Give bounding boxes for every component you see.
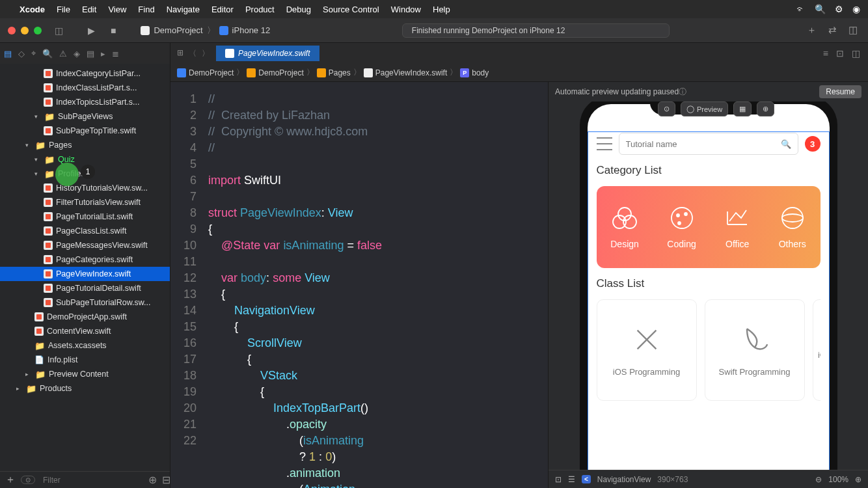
zoom-out-icon[interactable]: ⊖ xyxy=(815,475,822,484)
add-editor-icon[interactable]: ◫ xyxy=(852,48,860,59)
resume-preview-button[interactable]: Resume xyxy=(819,85,861,98)
stop-button[interactable]: ■ xyxy=(111,25,116,36)
symbol-navigator-icon[interactable]: ⌖ xyxy=(31,48,36,59)
library-button[interactable]: ⇄ xyxy=(828,24,837,36)
scheme-selector[interactable]: DemoProject 〉 iPhone 12 xyxy=(135,25,275,36)
tree-row-indexcategorylistpar-[interactable]: IndexCategoryListPar... xyxy=(0,66,170,81)
class-card[interactable]: A... iOS P... xyxy=(813,299,821,401)
fullscreen-window-button[interactable] xyxy=(34,27,42,34)
jump-bar[interactable]: DemoProject 〉 DemoProject 〉 Pages 〉 Page… xyxy=(170,64,868,82)
menu-navigate[interactable]: Navigate xyxy=(167,5,200,14)
user-icon[interactable]: ◉ xyxy=(852,4,860,14)
tree-row-subpageviews[interactable]: ▾📁SubPageViews xyxy=(0,109,170,124)
folder-icon: 📁 xyxy=(35,141,46,150)
tree-row-preview-content[interactable]: ▸📁Preview Content xyxy=(0,367,170,381)
category-coding[interactable]: Coding xyxy=(667,205,696,249)
category-others[interactable]: Others xyxy=(779,205,806,249)
spotlight-icon[interactable]: 🔍 xyxy=(815,4,826,14)
menu-find[interactable]: Find xyxy=(138,5,154,14)
tree-row-info-plist[interactable]: 📄Info.plist xyxy=(0,353,170,367)
tree-row-pagetutoriallist-swift[interactable]: PageTutorialList.swift xyxy=(0,210,170,224)
class-card[interactable]: Swift Programming xyxy=(705,299,805,401)
related-items-icon[interactable]: ⊞ xyxy=(177,48,183,59)
debug-navigator-icon[interactable]: ▤ xyxy=(87,49,94,59)
navigator-filter-input[interactable] xyxy=(40,474,143,486)
category-design[interactable]: Design xyxy=(610,205,639,249)
class-list-title: Class List xyxy=(597,277,821,290)
editor-options-icon[interactable]: ≡ xyxy=(823,48,828,59)
breakpoint-navigator-icon[interactable]: ▸ xyxy=(101,49,105,59)
tree-row-products[interactable]: ▸📁Products xyxy=(0,381,170,396)
class-card[interactable]: iOS Programming xyxy=(597,299,697,401)
menu-help[interactable]: Help xyxy=(433,5,450,14)
find-navigator-icon[interactable]: 🔍 xyxy=(42,49,53,59)
duplicate-preview-icon[interactable]: ⊕ xyxy=(757,102,774,116)
menu-hamburger-icon[interactable] xyxy=(597,137,612,150)
control-center-icon[interactable]: ⚙ xyxy=(835,4,843,14)
menu-view[interactable]: View xyxy=(108,5,126,14)
menu-debug[interactable]: Debug xyxy=(286,5,311,14)
tree-row-assets-xcassets[interactable]: 📁Assets.xcassets xyxy=(0,338,170,353)
tree-row-filtertutorialsview-swift[interactable]: FilterTutorialsView.swift xyxy=(0,195,170,210)
menu-product[interactable]: Product xyxy=(245,5,275,14)
adjust-editor-icon[interactable]: ⊡ xyxy=(836,48,844,59)
filter-scope-icon[interactable]: ⊙ xyxy=(21,476,35,484)
jump-seg[interactable]: Pages xyxy=(329,68,351,77)
minimize-window-button[interactable] xyxy=(21,27,29,34)
open-file-tab[interactable]: PageViewIndex.swift xyxy=(216,46,319,61)
tree-row-historytutorialsview-sw-[interactable]: HistoryTutorialsView.sw... xyxy=(0,181,170,195)
recent-filter-icon[interactable]: ⊕ xyxy=(148,474,157,486)
jump-seg[interactable]: DemoProject xyxy=(189,68,234,77)
tree-row-demoprojectapp-swift[interactable]: DemoProjectApp.swift xyxy=(0,310,170,324)
menu-edit[interactable]: Edit xyxy=(82,5,96,14)
wifi-icon[interactable]: ᯤ xyxy=(796,4,806,14)
add-file-button[interactable]: ＋ xyxy=(5,473,16,487)
nav-forward-icon[interactable]: 〉 xyxy=(202,48,210,59)
tree-row-pagecategories-swift[interactable]: PageCategories.swift xyxy=(0,252,170,267)
menu-window[interactable]: Window xyxy=(391,5,421,14)
tree-row-pagemessagesview-swift[interactable]: PageMessagesView.swift xyxy=(0,238,170,252)
category-card[interactable]: Design Coding Office xyxy=(597,186,821,268)
tree-row-pageclasslist-swift[interactable]: PageClassList.swift xyxy=(0,224,170,238)
tree-item-label: IndexClassListPart.s... xyxy=(56,83,137,92)
tree-row-pagetutorialdetail-swift[interactable]: PageTutorialDetail.swift xyxy=(0,281,170,295)
menu-source-control[interactable]: Source Control xyxy=(323,5,379,14)
zoom-in-icon[interactable]: ⊕ xyxy=(855,475,861,484)
tree-row-indextopicslistpart-s-[interactable]: IndexTopicsListPart.s... xyxy=(0,95,170,109)
inspect-preview-icon[interactable]: ▦ xyxy=(733,102,752,116)
nav-back-icon[interactable]: 〈 xyxy=(189,48,197,59)
report-navigator-icon[interactable]: ≣ xyxy=(112,49,119,59)
project-navigator-icon[interactable]: ▤ xyxy=(4,49,12,59)
jump-seg[interactable]: PageViewIndex.swift xyxy=(375,68,448,77)
add-button[interactable]: ＋ xyxy=(807,24,817,36)
toggle-inspectors-icon[interactable]: ◫ xyxy=(848,24,858,36)
tree-row-indexclasslistpart-s-[interactable]: IndexClassListPart.s... xyxy=(0,81,170,95)
app-name[interactable]: Xcode xyxy=(20,5,45,14)
pin-preview-icon[interactable]: ⊙ xyxy=(658,102,675,116)
adjust-icon[interactable]: ☰ xyxy=(568,475,575,484)
jump-seg[interactable]: body xyxy=(472,68,489,77)
issue-navigator-icon[interactable]: ⚠ xyxy=(59,49,67,59)
run-button[interactable]: ▶ xyxy=(88,25,95,36)
test-navigator-icon[interactable]: ◈ xyxy=(74,49,80,59)
source-editor[interactable]: 12345678910111213141516171819202122 ////… xyxy=(170,82,548,488)
tree-row-subpagetoptitle-swift[interactable]: SubPageTopTitle.swift xyxy=(0,124,170,138)
close-window-button[interactable] xyxy=(8,27,16,34)
tree-row-pageviewindex-swift[interactable]: PageViewIndex.swift xyxy=(0,267,170,281)
search-input[interactable] xyxy=(626,139,781,149)
tree-row-contentview-swift[interactable]: ContentView.swift xyxy=(0,324,170,338)
scm-filter-icon[interactable]: ⊟ xyxy=(162,474,170,486)
menu-editor[interactable]: Editor xyxy=(211,5,234,14)
live-preview-button[interactable]: ◯ Preview xyxy=(681,102,728,116)
menu-file[interactable]: File xyxy=(57,5,70,14)
folder-icon: 📁 xyxy=(44,155,55,165)
tree-row-subpagetutorialrow-sw-[interactable]: SubPageTutorialRow.sw... xyxy=(0,295,170,310)
object-library-icon[interactable]: ⊡ xyxy=(555,475,562,484)
category-office[interactable]: Office xyxy=(724,205,750,249)
toggle-navigator-icon[interactable]: ◫ xyxy=(49,25,68,36)
search-field[interactable]: 🔍 xyxy=(619,133,798,155)
notification-badge[interactable]: 3 xyxy=(805,136,821,152)
tree-row-pages[interactable]: ▾📁Pages xyxy=(0,138,170,152)
jump-seg[interactable]: DemoProject xyxy=(258,68,303,77)
source-control-navigator-icon[interactable]: ◇ xyxy=(18,49,25,59)
